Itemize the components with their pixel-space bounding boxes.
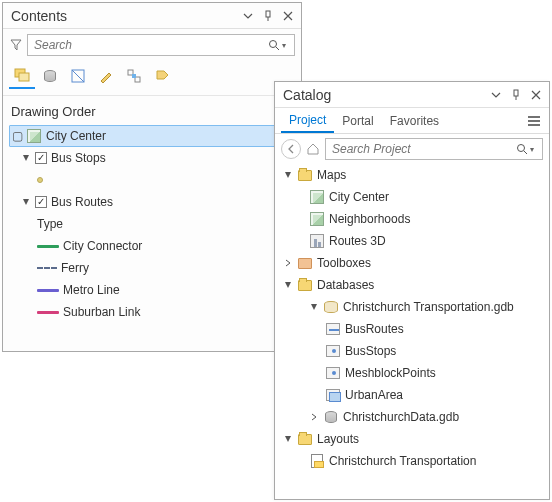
collapse-icon[interactable] [21, 153, 31, 163]
options-button[interactable] [487, 86, 505, 104]
layer-visibility-checkbox[interactable] [35, 152, 47, 164]
tab-project[interactable]: Project [281, 109, 334, 133]
node-toolboxes[interactable]: Toolboxes [281, 252, 543, 274]
item-label: Christchurch Transportation.gdb [343, 300, 514, 314]
gdb-icon [323, 409, 339, 425]
svg-point-9 [518, 145, 525, 152]
node-maps[interactable]: Maps [281, 164, 543, 186]
svg-rect-0 [266, 11, 270, 17]
close-button[interactable] [279, 7, 297, 25]
collapse-icon[interactable] [21, 197, 31, 207]
point-fc-icon [325, 343, 341, 359]
folder-icon [297, 431, 313, 447]
folder-icon [297, 167, 313, 183]
list-labeling-button[interactable] [149, 63, 175, 89]
contents-search-input[interactable] [32, 37, 266, 53]
map-frame-city-center[interactable]: ▢ City Center [9, 125, 295, 147]
legend-label: Metro Line [63, 283, 120, 297]
catalog-title: Catalog [283, 87, 485, 103]
layout-icon [309, 453, 325, 469]
fc-busstops[interactable]: BusStops [281, 340, 543, 362]
expand-icon[interactable] [309, 412, 319, 422]
search-dropdown[interactable]: ▾ [530, 145, 538, 154]
tab-favorites[interactable]: Favorites [382, 110, 447, 132]
map-icon [26, 128, 42, 144]
legend-label: Suburban Link [63, 305, 140, 319]
contents-pane: Contents ▾ Drawing Order ▢ City Center B… [2, 2, 302, 352]
layer-bus-stops[interactable]: Bus Stops [9, 147, 295, 169]
type-label: Type [37, 217, 63, 231]
legend-metro-line[interactable]: Metro Line [9, 279, 295, 301]
catalog-search-input[interactable] [330, 141, 514, 157]
catalog-nav-row: ▾ [275, 134, 549, 164]
back-button[interactable] [281, 139, 301, 159]
map-item-neighborhoods[interactable]: Neighborhoods [281, 208, 543, 230]
item-label: BusRoutes [345, 322, 404, 336]
list-data-source-button[interactable] [37, 63, 63, 89]
contents-search-box[interactable]: ▾ [27, 34, 295, 56]
item-label: Neighborhoods [329, 212, 410, 226]
search-icon[interactable] [514, 143, 530, 155]
drawing-order-heading: Drawing Order [3, 96, 301, 125]
legend-label: City Connector [63, 239, 142, 253]
svg-point-1 [270, 41, 277, 48]
swatch-icon [37, 289, 59, 292]
node-label: Databases [317, 278, 374, 292]
collapse-icon[interactable] [283, 434, 293, 444]
autohide-button[interactable] [259, 7, 277, 25]
expand-icon[interactable] [283, 258, 293, 268]
catalog-search-box[interactable]: ▾ [325, 138, 543, 160]
item-label: ChristchurchData.gdb [343, 410, 459, 424]
swatch-icon [37, 245, 59, 248]
item-label: MeshblockPoints [345, 366, 436, 380]
collapse-icon[interactable] [283, 170, 293, 180]
legend-ferry[interactable]: Ferry [9, 257, 295, 279]
fc-busroutes[interactable]: BusRoutes [281, 318, 543, 340]
gdb-christchurchdata[interactable]: ChristchurchData.gdb [281, 406, 543, 428]
layer-bus-routes[interactable]: Bus Routes [9, 191, 295, 213]
node-databases[interactable]: Databases [281, 274, 543, 296]
search-dropdown[interactable]: ▾ [282, 41, 290, 50]
tab-portal[interactable]: Portal [334, 110, 381, 132]
legend-suburban-link[interactable]: Suburban Link [9, 301, 295, 323]
layout-item-christchurch[interactable]: Christchurch Transportation [281, 450, 543, 472]
fc-urbanarea[interactable]: UrbanArea [281, 384, 543, 406]
map-icon [309, 189, 325, 205]
list-editing-button[interactable] [93, 63, 119, 89]
map-icon [309, 211, 325, 227]
contents-header: Contents [3, 3, 301, 29]
collapse-icon[interactable]: ▢ [12, 131, 22, 141]
toolbox-icon [297, 255, 313, 271]
collapse-icon[interactable] [283, 280, 293, 290]
item-label: Christchurch Transportation [329, 454, 476, 468]
collapse-icon[interactable] [309, 302, 319, 312]
node-layouts[interactable]: Layouts [281, 428, 543, 450]
home-icon[interactable] [305, 141, 321, 157]
options-button[interactable] [239, 7, 257, 25]
list-drawing-order-button[interactable] [9, 63, 35, 89]
contents-title: Contents [11, 8, 237, 24]
filter-icon[interactable] [9, 33, 23, 57]
polygon-fc-icon [325, 387, 341, 403]
fc-meshblockpoints[interactable]: MeshblockPoints [281, 362, 543, 384]
autohide-button[interactable] [507, 86, 525, 104]
legend-city-connector[interactable]: City Connector [9, 235, 295, 257]
close-button[interactable] [527, 86, 545, 104]
list-selection-button[interactable] [65, 63, 91, 89]
search-icon[interactable] [266, 39, 282, 51]
svg-rect-8 [514, 90, 518, 96]
layer-visibility-checkbox[interactable] [35, 196, 47, 208]
svg-rect-3 [19, 73, 29, 81]
layer-label: Bus Stops [51, 151, 106, 165]
gdb-christchurch-transportation[interactable]: Christchurch Transportation.gdb [281, 296, 543, 318]
list-snapping-button[interactable] [121, 63, 147, 89]
item-label: City Center [329, 190, 389, 204]
scene-icon [309, 233, 325, 249]
swatch-icon [37, 267, 57, 269]
node-label: Maps [317, 168, 346, 182]
layer-label: Bus Routes [51, 195, 113, 209]
bus-stops-symbol[interactable] [9, 169, 295, 191]
map-item-routes-3d[interactable]: Routes 3D [281, 230, 543, 252]
map-item-city-center[interactable]: City Center [281, 186, 543, 208]
menu-button[interactable] [525, 112, 543, 130]
